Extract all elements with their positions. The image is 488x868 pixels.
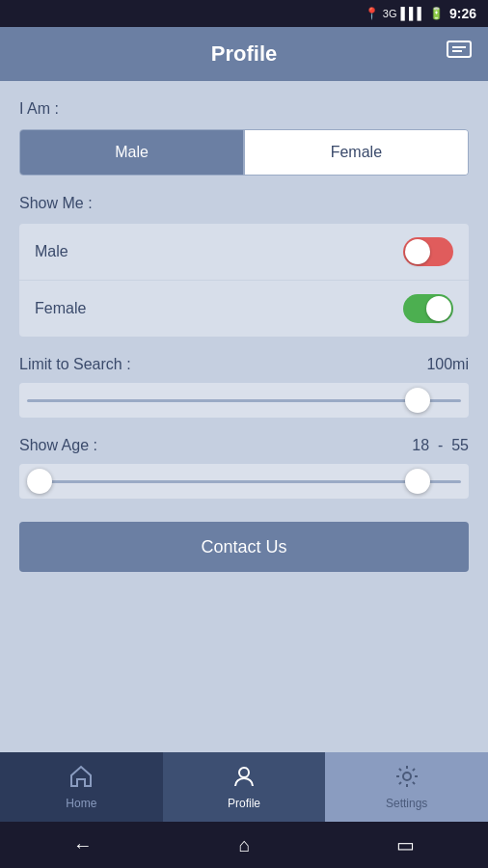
main-content: I Am : Male Female Show Me : Male Female	[0, 81, 488, 752]
nav-item-profile[interactable]: Profile	[163, 752, 326, 822]
system-nav-bar: ← ⌂ ▭	[0, 822, 488, 868]
nav-item-home[interactable]: Home	[0, 752, 163, 822]
status-time: 9:26	[449, 6, 476, 21]
nav-profile-label: Profile	[228, 797, 260, 810]
svg-point-4	[403, 773, 411, 780]
signal-icon: ▌▌▌	[400, 7, 425, 20]
age-range-line	[27, 480, 461, 483]
limit-search-line	[27, 399, 461, 402]
page-title: Profile	[211, 41, 277, 67]
show-me-male-label: Male	[35, 243, 68, 260]
status-bar: 📍 3G ▌▌▌ 🔋 9:26	[0, 0, 488, 27]
age-range-track[interactable]	[19, 464, 469, 499]
contact-us-button[interactable]: Contact Us	[19, 522, 469, 572]
profile-icon	[231, 764, 257, 793]
show-me-section: Show Me : Male Female	[19, 195, 469, 337]
male-button[interactable]: Male	[20, 130, 243, 175]
female-toggle[interactable]	[403, 294, 453, 323]
message-icon[interactable]	[446, 38, 473, 70]
i-am-label: I Am :	[19, 100, 469, 118]
show-age-header: Show Age : 18 - 55	[19, 437, 469, 454]
limit-search-value: 100mi	[426, 356, 469, 373]
recent-button[interactable]: ▭	[396, 833, 415, 856]
show-age-section: Show Age : 18 - 55	[19, 437, 469, 499]
limit-search-label: Limit to Search :	[19, 356, 131, 373]
back-button[interactable]: ←	[73, 834, 93, 856]
svg-rect-0	[447, 41, 471, 57]
male-toggle[interactable]	[403, 237, 453, 266]
home-button[interactable]: ⌂	[238, 834, 250, 856]
show-me-female-row: Female	[19, 281, 469, 337]
network-icon: 3G	[383, 8, 397, 19]
show-me-label: Show Me :	[19, 195, 469, 212]
show-age-value: 18 - 55	[412, 437, 469, 454]
home-icon	[68, 764, 94, 793]
age-max-thumb[interactable]	[405, 469, 430, 494]
limit-search-section: Limit to Search : 100mi	[19, 356, 469, 418]
show-me-male-row: Male	[19, 224, 469, 281]
gender-selector: Male Female	[19, 129, 469, 176]
show-me-female-label: Female	[35, 300, 86, 317]
limit-search-header: Limit to Search : 100mi	[19, 356, 469, 373]
nav-settings-label: Settings	[386, 797, 427, 810]
location-icon: 📍	[365, 7, 379, 20]
bottom-nav: Home Profile Settings	[0, 752, 488, 822]
show-me-box: Male Female	[19, 224, 469, 337]
nav-item-settings[interactable]: Settings	[325, 752, 488, 822]
female-button[interactable]: Female	[245, 130, 468, 175]
i-am-section: I Am : Male Female	[19, 100, 469, 176]
top-bar: Profile	[0, 27, 488, 81]
show-age-label: Show Age :	[19, 437, 97, 454]
svg-point-3	[239, 768, 249, 777]
battery-icon: 🔋	[429, 7, 444, 20]
age-min-thumb[interactable]	[27, 469, 52, 494]
limit-search-thumb[interactable]	[405, 388, 430, 413]
status-icons: 📍 3G ▌▌▌ 🔋	[365, 7, 444, 20]
limit-search-track[interactable]	[19, 383, 469, 418]
nav-home-label: Home	[66, 797, 96, 810]
settings-icon	[394, 764, 420, 793]
male-toggle-knob	[405, 239, 430, 264]
female-toggle-knob	[426, 296, 451, 321]
